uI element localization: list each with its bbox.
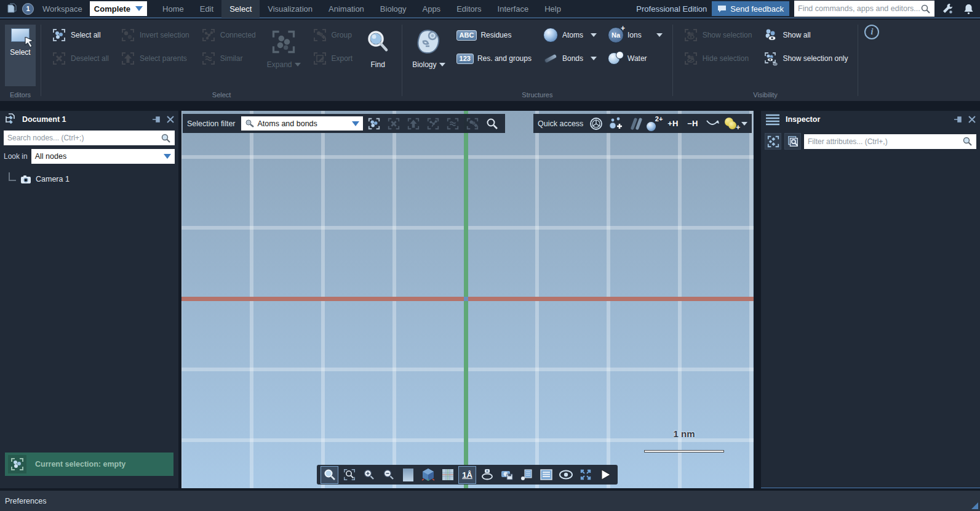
- grid-icon[interactable]: [439, 467, 456, 483]
- find-icon-button[interactable]: [484, 115, 501, 132]
- res-and-groups-button[interactable]: 123 Res. and groups: [452, 47, 536, 70]
- edition-label: Professional Edition: [636, 4, 707, 14]
- node-search[interactable]: [4, 131, 175, 145]
- pin-icon[interactable]: [151, 115, 161, 124]
- preferences-link[interactable]: Preferences: [5, 497, 46, 505]
- menu-animation[interactable]: Animation: [321, 0, 372, 18]
- atoms-caret-icon[interactable]: [591, 33, 597, 37]
- inspect-node-icon[interactable]: [784, 133, 801, 150]
- add-shape-icon[interactable]: +: [723, 118, 738, 130]
- add-atoms-icon[interactable]: [607, 115, 624, 132]
- menu-hamburger-icon[interactable]: [765, 113, 781, 126]
- menu-help[interactable]: Help: [536, 0, 569, 18]
- invert-selection-button[interactable]: Invert selection: [115, 23, 194, 47]
- search-icon[interactable]: [161, 133, 171, 143]
- attribute-filter-input[interactable]: [808, 137, 962, 146]
- show-all-button[interactable]: Show all: [758, 23, 853, 47]
- panel-lines-icon[interactable]: [538, 467, 554, 483]
- look-in-dropdown[interactable]: All nodes: [31, 149, 175, 164]
- menu-editors[interactable]: Editors: [448, 0, 489, 18]
- search-icon[interactable]: [962, 136, 973, 147]
- deselect-all-button[interactable]: Deselect all: [46, 47, 114, 70]
- units-angstrom-button[interactable]: 1Å: [459, 467, 476, 483]
- atoms-button[interactable]: Atoms: [538, 23, 602, 47]
- documents-icon[interactable]: [4, 1, 20, 16]
- select-all-button[interactable]: Select all: [46, 23, 114, 47]
- minimize-arrow-icon[interactable]: [704, 115, 720, 132]
- node-search-input[interactable]: [7, 134, 161, 142]
- close-icon[interactable]: [968, 115, 976, 124]
- send-feedback-button[interactable]: Send feedback: [712, 1, 789, 16]
- info-icon[interactable]: i: [864, 25, 879, 39]
- zoom-out-icon[interactable]: [380, 467, 397, 483]
- document-note-icon[interactable]: [518, 467, 535, 483]
- attribute-filter[interactable]: [804, 134, 976, 149]
- ions-caret-icon[interactable]: [656, 33, 663, 37]
- command-search-input[interactable]: [798, 4, 920, 13]
- menu-visualization[interactable]: Visualization: [260, 0, 321, 18]
- zoom-in-icon[interactable]: [361, 467, 377, 483]
- menu-interface[interactable]: Interface: [490, 0, 537, 18]
- ribbon: Select Editors Select all Deselect all: [0, 20, 980, 101]
- transform-mode-icon[interactable]: [765, 133, 781, 150]
- show-selection-icon: [683, 27, 699, 43]
- water-button[interactable]: Water: [603, 47, 667, 70]
- select-all-icon-button[interactable]: [366, 115, 383, 132]
- history-badge[interactable]: 1: [22, 3, 34, 15]
- background-icon[interactable]: [400, 467, 416, 483]
- group-icon-button[interactable]: [464, 115, 481, 132]
- bonds-button[interactable]: Bonds: [538, 47, 602, 70]
- menu-edit[interactable]: Edit: [192, 0, 221, 18]
- workspace-dropdown[interactable]: Complete: [90, 1, 147, 16]
- wrench-icon[interactable]: [939, 1, 955, 16]
- residues-button[interactable]: ABC Residues: [452, 23, 536, 47]
- hide-selection-button[interactable]: Hide selection: [678, 47, 757, 70]
- zoom-region-icon[interactable]: [321, 467, 338, 483]
- bonds-caret-icon[interactable]: [591, 57, 597, 60]
- expand-button[interactable]: Expand: [262, 23, 306, 82]
- ions-button[interactable]: Na+ Ions: [603, 23, 667, 47]
- show-selection-button[interactable]: Show selection: [678, 23, 757, 47]
- orbit-camera-icon[interactable]: [479, 467, 495, 483]
- connected-button[interactable]: Connected: [196, 23, 261, 47]
- tree-item-camera[interactable]: Camera 1: [9, 172, 178, 186]
- show-selection-only-button[interactable]: Show selection only: [758, 47, 853, 70]
- command-search[interactable]: [794, 1, 934, 17]
- search-icon[interactable]: [920, 4, 931, 14]
- save-view-icon[interactable]: [498, 467, 515, 483]
- fullscreen-icon[interactable]: [577, 467, 594, 483]
- remove-hydrogens-button[interactable]: −H: [684, 115, 701, 132]
- connected-icon-button[interactable]: [425, 115, 442, 132]
- close-icon[interactable]: [166, 115, 175, 124]
- select-parents-button[interactable]: Select parents: [115, 47, 194, 70]
- deselect-all-icon-button[interactable]: [386, 115, 402, 132]
- orientation-cube-icon[interactable]: [420, 467, 436, 483]
- menu-apps[interactable]: Apps: [414, 0, 448, 18]
- similar-button[interactable]: Similar: [196, 47, 261, 70]
- similar-icon-button[interactable]: [445, 115, 461, 132]
- select-parents-icon-button[interactable]: [405, 115, 422, 132]
- menu-biology[interactable]: Biology: [372, 0, 415, 18]
- trackball-icon[interactable]: [588, 115, 604, 132]
- zoom-selection-icon[interactable]: [341, 467, 357, 483]
- eye-icon[interactable]: [557, 467, 574, 483]
- selection-filter-dropdown[interactable]: Atoms and bonds: [241, 116, 363, 131]
- quick-access-caret-icon[interactable]: [741, 122, 747, 126]
- menu-select[interactable]: Select: [221, 0, 260, 18]
- viewport-3d[interactable]: Selection filter Atoms and bonds: [181, 111, 754, 488]
- resize-grip[interactable]: [971, 502, 978, 509]
- bonds-sticks-icon[interactable]: [627, 115, 643, 132]
- current-selection-banner[interactable]: Current selection: empty: [5, 453, 173, 476]
- select-editor-button[interactable]: Select: [5, 25, 36, 86]
- find-icon: [364, 26, 392, 58]
- menu-home[interactable]: Home: [154, 0, 192, 18]
- biology-button[interactable]: Biology: [407, 23, 450, 82]
- export-button[interactable]: Export: [307, 47, 358, 70]
- group-button[interactable]: Group: [307, 23, 358, 47]
- find-button[interactable]: Find: [359, 23, 397, 82]
- ion-charge-icon[interactable]: 2+: [647, 116, 661, 131]
- play-icon[interactable]: [597, 467, 613, 483]
- bell-icon[interactable]: [960, 1, 976, 16]
- add-hydrogens-button[interactable]: +H: [664, 115, 681, 132]
- pin-icon[interactable]: [953, 115, 963, 124]
